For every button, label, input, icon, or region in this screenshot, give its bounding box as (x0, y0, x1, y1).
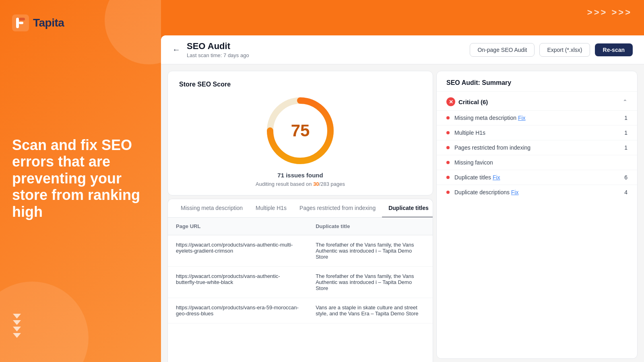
critical-icon: ✕ (446, 97, 455, 106)
auditing-info: Auditing result based on 30/283 pages (179, 181, 421, 187)
data-table: Page URL Duplicate title https://pwacart… (168, 218, 433, 323)
cell-value: The forefather of the Vans family, the V… (308, 267, 433, 298)
critical-label: Critical (6) (458, 99, 619, 105)
tab-pages-restricted[interactable]: Pages restricted from indexing (293, 199, 382, 218)
tagline: Scan and fix SEO errors that are prevent… (12, 137, 153, 220)
score-gauge-row: 75 (179, 95, 421, 167)
issues-found: 71 issues found (179, 172, 421, 179)
col-page-url: Page URL (168, 218, 308, 235)
summary-item: Duplicate descriptions Fix4 (437, 185, 637, 200)
dot-red (446, 176, 450, 179)
item-count: 6 (624, 174, 627, 181)
cell-value: Vans are a staple in skate culture and s… (308, 298, 433, 323)
cell-url: https://pwacart.com/products/vans-authen… (168, 235, 308, 267)
item-text: Duplicate titles Fix (454, 174, 624, 181)
app-topbar: ← SEO Audit Last scan time: 7 days ago O… (161, 35, 644, 64)
tab-missing-meta[interactable]: Missing meta description (174, 199, 249, 218)
left-panel: Tapita Scan and fix SEO errors that are … (0, 0, 161, 362)
rescan-button[interactable]: Re-scan (595, 43, 633, 56)
tab-duplicate-titles[interactable]: Duplicate titles (382, 199, 433, 218)
svg-rect-3 (19, 22, 23, 24)
last-scan-time: Last scan time: 7 days ago (187, 52, 463, 58)
tapita-logo-icon (12, 14, 29, 31)
on-page-seo-audit-button[interactable]: On-page SEO Audit (470, 43, 535, 57)
table-row: https://pwacart.com/products/vans-authen… (168, 267, 433, 298)
item-text: Missing favicon (454, 159, 627, 166)
dot-red (446, 146, 450, 149)
score-card-title: Store SEO Score (179, 81, 421, 88)
table-row: https://pwacart.com/products/vans-authen… (168, 235, 433, 267)
arrow-3 (13, 327, 21, 331)
pages-link[interactable]: 30 (313, 181, 319, 187)
summary-item: Duplicate titles Fix6 (437, 170, 637, 185)
item-count: 1 (624, 130, 627, 136)
chevron-up-icon: ⌃ (623, 99, 627, 105)
gauge-container: 75 (264, 95, 336, 167)
table-area: Page URL Duplicate title https://pwacart… (168, 218, 433, 362)
content-left: Store SEO Score (161, 64, 436, 362)
summary-item: Missing meta description Fix1 (437, 110, 637, 125)
tabs-section: Missing meta description Multiple H1s Pa… (167, 199, 433, 362)
gauge-score: 75 (291, 121, 310, 140)
export-button[interactable]: Export (*.xlsx) (539, 43, 590, 57)
item-text: Missing meta description Fix (454, 115, 624, 121)
tabs-bar: Missing meta description Multiple H1s Pa… (168, 199, 433, 218)
svg-rect-2 (19, 18, 25, 21)
arrow-1 (13, 314, 21, 319)
item-count: 4 (624, 189, 627, 195)
app-panel: ← SEO Audit Last scan time: 7 days ago O… (161, 35, 644, 362)
deco-blob-top (105, 0, 161, 64)
cell-url: https://pwacart.com/products/vans-authen… (168, 267, 308, 298)
col-duplicate-title: Duplicate title (308, 218, 433, 235)
header-deco-arrows: >>> >>> (587, 7, 632, 18)
critical-header[interactable]: ✕ Critical (6) ⌃ (437, 92, 637, 110)
dot-red (446, 191, 450, 194)
tab-multiple-h1s[interactable]: Multiple H1s (249, 199, 293, 218)
back-button[interactable]: ← (172, 45, 180, 54)
fix-link[interactable]: Fix (493, 174, 500, 181)
score-card: Store SEO Score (167, 71, 433, 195)
summary-item: Missing favicon (437, 155, 637, 170)
app-main: Store SEO Score (161, 64, 644, 362)
item-count: 1 (624, 115, 627, 121)
topbar-title-group: SEO Audit Last scan time: 7 days ago (187, 41, 463, 58)
svg-rect-1 (16, 18, 19, 28)
summary-item: Multiple H1s1 (437, 125, 637, 140)
table-row: https://pwacart.com/products/vans-era-59… (168, 298, 433, 323)
cell-value: The forefather of the Vans family, the V… (308, 235, 433, 267)
fix-link[interactable]: Fix (511, 189, 519, 195)
dot-red (446, 161, 450, 164)
arrow-2 (13, 320, 21, 325)
page-title: SEO Audit (187, 41, 463, 51)
topbar-actions: On-page SEO Audit Export (*.xlsx) Re-sca… (470, 43, 633, 57)
dot-red (446, 131, 450, 134)
summary-items-container: Missing meta description Fix1Multiple H1… (437, 110, 637, 200)
item-count: 1 (624, 144, 627, 151)
fix-link[interactable]: Fix (518, 115, 526, 121)
table-header-row: Page URL Duplicate title (168, 218, 433, 235)
cell-url: https://pwacart.com/products/vans-era-59… (168, 298, 308, 323)
summary-panel: SEO Audit: Summary ✕ Critical (6) ⌃ Miss… (436, 71, 638, 359)
item-text: Multiple H1s (454, 130, 624, 136)
item-text: Duplicate descriptions Fix (454, 189, 624, 195)
logo-area: Tapita (12, 14, 64, 31)
dot-red (446, 116, 450, 119)
arrows-down (13, 314, 21, 338)
summary-item: Pages restricted from indexing1 (437, 140, 637, 155)
brand-name: Tapita (33, 16, 64, 29)
arrow-4 (13, 333, 21, 338)
summary-title: SEO Audit: Summary (437, 71, 637, 92)
item-text: Pages restricted from indexing (454, 144, 624, 151)
